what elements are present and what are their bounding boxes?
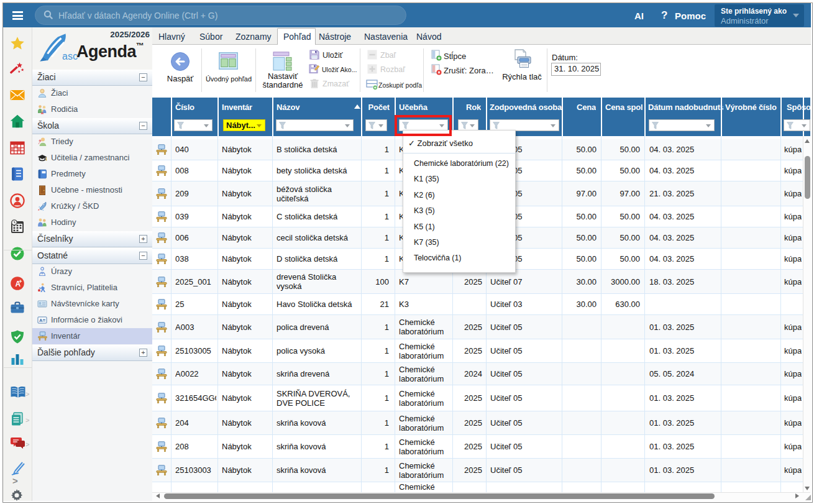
svg-text:+: + xyxy=(19,278,22,285)
svg-text:A=: A= xyxy=(39,318,45,323)
